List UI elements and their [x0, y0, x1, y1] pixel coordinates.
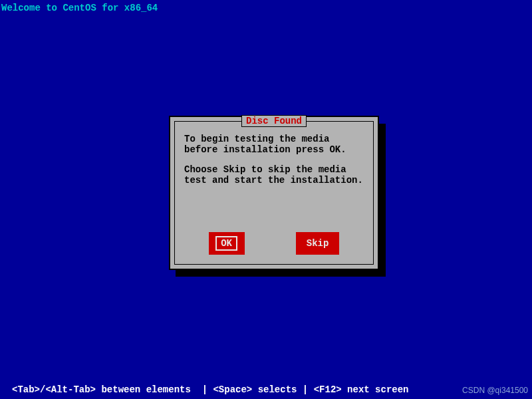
- skip-button-label: Skip: [301, 236, 334, 251]
- ok-button-shadow: OK: [209, 232, 245, 255]
- dialog-disc-found: Disc Found To begin testing the media be…: [169, 116, 379, 270]
- button-row: OK Skip: [175, 232, 373, 255]
- ok-button[interactable]: OK: [209, 232, 245, 255]
- dialog-title: Disc Found: [241, 115, 307, 127]
- spacer: [184, 155, 364, 164]
- dialog-text-2: Choose Skip to skip the media test and s…: [184, 164, 364, 186]
- dialog-text-1: To begin testing the media before instal…: [184, 134, 364, 155]
- skip-button-shadow: Skip: [296, 232, 340, 255]
- skip-button[interactable]: Skip: [296, 232, 340, 255]
- page-title: Welcome to CentOS for x86_64: [1, 3, 158, 13]
- ok-button-label: OK: [215, 236, 237, 251]
- footer-help: <Tab>/<Alt-Tab> between elements | <Spac…: [12, 384, 409, 395]
- watermark: CSDN @qi341500: [462, 386, 528, 395]
- dialog-inner: Disc Found To begin testing the media be…: [174, 121, 374, 265]
